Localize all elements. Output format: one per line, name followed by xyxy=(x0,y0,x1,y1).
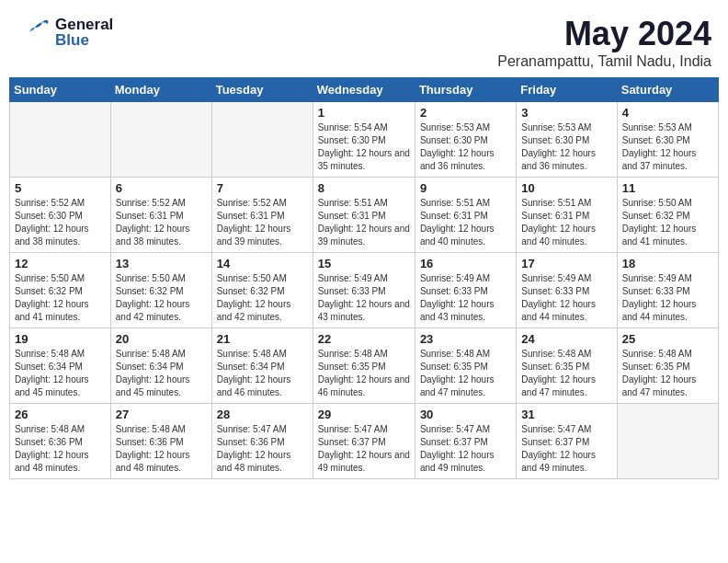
calendar-day-cell xyxy=(617,404,718,479)
calendar-week-row: 19Sunrise: 5:48 AMSunset: 6:34 PMDayligh… xyxy=(10,328,719,404)
calendar-day-cell: 8Sunrise: 5:51 AMSunset: 6:31 PMDaylight… xyxy=(313,178,415,253)
day-number: 8 xyxy=(318,181,410,195)
day-number: 16 xyxy=(420,257,511,270)
weekday-header: Tuesday xyxy=(211,78,313,102)
calendar-day-cell: 31Sunrise: 5:47 AMSunset: 6:37 PMDayligh… xyxy=(517,404,617,479)
calendar-day-cell: 3Sunrise: 5:53 AMSunset: 6:30 PMDaylight… xyxy=(517,102,617,178)
day-info: Sunrise: 5:50 AMSunset: 6:32 PMDaylight:… xyxy=(116,272,207,324)
calendar-day-cell: 25Sunrise: 5:48 AMSunset: 6:35 PMDayligh… xyxy=(617,328,718,404)
calendar-week-row: 1Sunrise: 5:54 AMSunset: 6:30 PMDaylight… xyxy=(10,102,719,178)
svg-rect-0 xyxy=(17,15,51,50)
day-info: Sunrise: 5:49 AMSunset: 6:33 PMDaylight:… xyxy=(622,272,713,324)
calendar-day-cell: 4Sunrise: 5:53 AMSunset: 6:30 PMDaylight… xyxy=(617,102,718,178)
day-number: 15 xyxy=(318,257,410,270)
day-info: Sunrise: 5:51 AMSunset: 6:31 PMDaylight:… xyxy=(420,197,511,248)
calendar-day-cell: 2Sunrise: 5:53 AMSunset: 6:30 PMDaylight… xyxy=(415,102,516,178)
day-number: 6 xyxy=(116,181,207,195)
day-info: Sunrise: 5:48 AMSunset: 6:36 PMDaylight:… xyxy=(116,423,207,475)
calendar-day-cell: 15Sunrise: 5:49 AMSunset: 6:33 PMDayligh… xyxy=(313,253,415,328)
day-number: 24 xyxy=(521,332,611,346)
page-title: May 2024 xyxy=(497,15,711,53)
logo-blue: Blue xyxy=(55,32,113,48)
day-number: 11 xyxy=(622,181,713,195)
calendar-table: SundayMondayTuesdayWednesdayThursdayFrid… xyxy=(9,77,719,479)
day-info: Sunrise: 5:53 AMSunset: 6:30 PMDaylight:… xyxy=(420,121,511,173)
calendar-week-row: 12Sunrise: 5:50 AMSunset: 6:32 PMDayligh… xyxy=(10,253,719,328)
day-info: Sunrise: 5:49 AMSunset: 6:33 PMDaylight:… xyxy=(318,272,410,324)
calendar-header-row: SundayMondayTuesdayWednesdayThursdayFrid… xyxy=(10,78,719,102)
weekday-header: Saturday xyxy=(617,78,718,102)
calendar-week-row: 5Sunrise: 5:52 AMSunset: 6:30 PMDaylight… xyxy=(10,178,719,253)
day-info: Sunrise: 5:50 AMSunset: 6:32 PMDaylight:… xyxy=(15,272,106,324)
day-number: 28 xyxy=(217,408,308,421)
calendar-day-cell: 5Sunrise: 5:52 AMSunset: 6:30 PMDaylight… xyxy=(10,178,111,253)
day-info: Sunrise: 5:48 AMSunset: 6:35 PMDaylight:… xyxy=(420,348,511,399)
calendar-day-cell xyxy=(211,102,313,178)
day-info: Sunrise: 5:47 AMSunset: 6:37 PMDaylight:… xyxy=(420,423,511,475)
calendar-day-cell: 6Sunrise: 5:52 AMSunset: 6:31 PMDaylight… xyxy=(110,178,211,253)
weekday-header: Sunday xyxy=(10,78,111,102)
day-info: Sunrise: 5:47 AMSunset: 6:36 PMDaylight:… xyxy=(217,423,308,475)
calendar-day-cell: 20Sunrise: 5:48 AMSunset: 6:34 PMDayligh… xyxy=(110,328,211,404)
calendar-day-cell: 27Sunrise: 5:48 AMSunset: 6:36 PMDayligh… xyxy=(110,404,211,479)
day-info: Sunrise: 5:47 AMSunset: 6:37 PMDaylight:… xyxy=(318,423,410,475)
day-info: Sunrise: 5:52 AMSunset: 6:30 PMDaylight:… xyxy=(15,197,106,248)
day-info: Sunrise: 5:48 AMSunset: 6:34 PMDaylight:… xyxy=(217,348,308,399)
day-info: Sunrise: 5:49 AMSunset: 6:33 PMDaylight:… xyxy=(521,272,611,324)
calendar-day-cell: 1Sunrise: 5:54 AMSunset: 6:30 PMDaylight… xyxy=(313,102,415,178)
calendar-day-cell: 12Sunrise: 5:50 AMSunset: 6:32 PMDayligh… xyxy=(10,253,111,328)
day-number: 20 xyxy=(116,332,207,346)
calendar-day-cell: 28Sunrise: 5:47 AMSunset: 6:36 PMDayligh… xyxy=(211,404,313,479)
title-block: May 2024 Peranampattu, Tamil Nadu, India xyxy=(497,15,711,70)
day-number: 27 xyxy=(116,408,207,421)
day-number: 14 xyxy=(217,257,308,270)
day-info: Sunrise: 5:54 AMSunset: 6:30 PMDaylight:… xyxy=(318,121,410,173)
day-info: Sunrise: 5:50 AMSunset: 6:32 PMDaylight:… xyxy=(622,197,713,248)
day-number: 13 xyxy=(116,257,207,270)
day-info: Sunrise: 5:53 AMSunset: 6:30 PMDaylight:… xyxy=(521,121,611,173)
day-info: Sunrise: 5:51 AMSunset: 6:31 PMDaylight:… xyxy=(521,197,611,248)
weekday-header: Monday xyxy=(110,78,211,102)
calendar-day-cell: 26Sunrise: 5:48 AMSunset: 6:36 PMDayligh… xyxy=(10,404,111,479)
calendar-week-row: 26Sunrise: 5:48 AMSunset: 6:36 PMDayligh… xyxy=(10,404,719,479)
day-number: 21 xyxy=(217,332,308,346)
calendar-day-cell: 17Sunrise: 5:49 AMSunset: 6:33 PMDayligh… xyxy=(517,253,617,328)
calendar-day-cell: 9Sunrise: 5:51 AMSunset: 6:31 PMDaylight… xyxy=(415,178,516,253)
day-number: 4 xyxy=(622,106,713,120)
calendar-day-cell: 18Sunrise: 5:49 AMSunset: 6:33 PMDayligh… xyxy=(617,253,718,328)
calendar-day-cell: 7Sunrise: 5:52 AMSunset: 6:31 PMDaylight… xyxy=(211,178,313,253)
day-number: 2 xyxy=(420,106,511,120)
calendar-day-cell: 16Sunrise: 5:49 AMSunset: 6:33 PMDayligh… xyxy=(415,253,516,328)
day-info: Sunrise: 5:48 AMSunset: 6:34 PMDaylight:… xyxy=(15,348,106,399)
day-info: Sunrise: 5:50 AMSunset: 6:32 PMDaylight:… xyxy=(217,272,308,324)
day-info: Sunrise: 5:49 AMSunset: 6:33 PMDaylight:… xyxy=(420,272,511,324)
calendar-day-cell: 14Sunrise: 5:50 AMSunset: 6:32 PMDayligh… xyxy=(211,253,313,328)
logo-general: General xyxy=(55,17,113,32)
weekday-header: Wednesday xyxy=(313,78,415,102)
logo-icon xyxy=(17,15,51,50)
day-number: 9 xyxy=(420,181,511,195)
day-number: 26 xyxy=(15,408,106,421)
day-info: Sunrise: 5:51 AMSunset: 6:31 PMDaylight:… xyxy=(318,197,410,248)
page-header: General Blue May 2024 Peranampattu, Tami… xyxy=(9,9,719,70)
calendar-day-cell: 22Sunrise: 5:48 AMSunset: 6:35 PMDayligh… xyxy=(313,328,415,404)
day-number: 31 xyxy=(521,408,611,421)
calendar-day-cell: 23Sunrise: 5:48 AMSunset: 6:35 PMDayligh… xyxy=(415,328,516,404)
day-number: 10 xyxy=(521,181,611,195)
page-subtitle: Peranampattu, Tamil Nadu, India xyxy=(497,53,711,70)
logo: General Blue xyxy=(17,15,113,50)
day-number: 1 xyxy=(318,106,410,120)
day-number: 17 xyxy=(521,257,611,270)
day-number: 29 xyxy=(318,408,410,421)
day-number: 22 xyxy=(318,332,410,346)
day-number: 23 xyxy=(420,332,511,346)
day-number: 30 xyxy=(420,408,511,421)
day-number: 3 xyxy=(521,106,611,120)
logo-text: General Blue xyxy=(55,17,113,48)
calendar-day-cell xyxy=(10,102,111,178)
day-info: Sunrise: 5:48 AMSunset: 6:35 PMDaylight:… xyxy=(521,348,611,399)
day-info: Sunrise: 5:52 AMSunset: 6:31 PMDaylight:… xyxy=(116,197,207,248)
calendar-day-cell: 24Sunrise: 5:48 AMSunset: 6:35 PMDayligh… xyxy=(517,328,617,404)
calendar-day-cell xyxy=(110,102,211,178)
calendar-day-cell: 21Sunrise: 5:48 AMSunset: 6:34 PMDayligh… xyxy=(211,328,313,404)
